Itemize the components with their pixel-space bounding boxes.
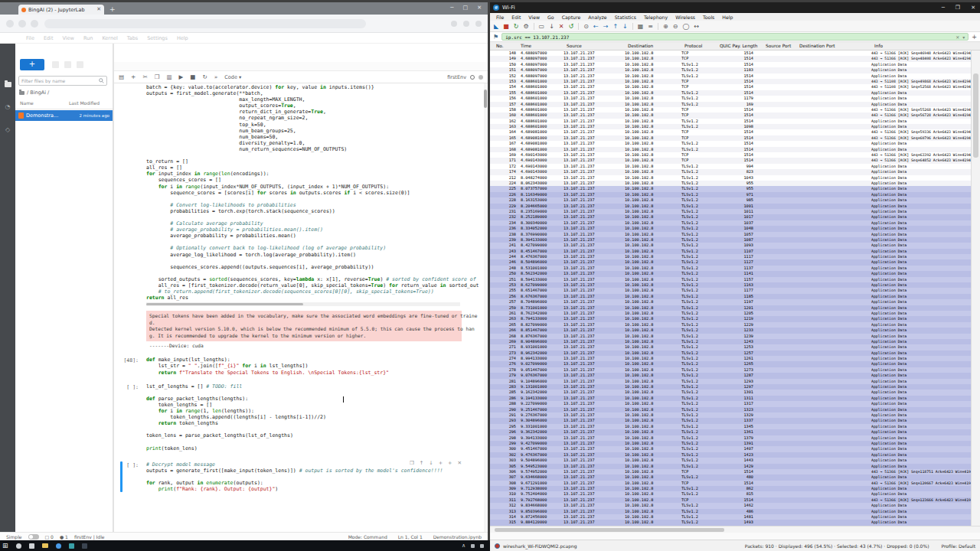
file-explorer-icon[interactable]: [42, 543, 48, 548]
packet-row[interactable]: 2468.50489600013.107.21.23710.100.102.8T…: [490, 259, 971, 265]
jupyterlab-menu-item[interactable]: File: [21, 35, 39, 41]
restart-run-all-icon[interactable]: »: [214, 74, 218, 80]
restart-capture-icon[interactable]: ↻: [514, 23, 519, 30]
packet-row[interactable]: 3139.85039600013.107.21.23710.100.102.8T…: [490, 509, 971, 514]
expert-info-icon[interactable]: [495, 543, 500, 549]
packet-row[interactable]: 2658.82709900013.107.21.23710.100.102.8T…: [490, 322, 971, 328]
packet-row[interactable]: 2799.07636700013.107.21.23710.100.102.8T…: [490, 373, 971, 378]
filter-bookmark-icon[interactable]: ⚑: [493, 34, 498, 41]
back-icon[interactable]: [6, 20, 14, 28]
run-cell-icon[interactable]: ▶: [179, 74, 184, 80]
find-packet-icon[interactable]: ⊙: [583, 23, 589, 30]
packet-row[interactable]: 2128.04827400013.107.21.23710.100.102.8T…: [490, 175, 971, 181]
notebook-cell[interactable]: [ ]:# Decrypt model messageoutputs = gen…: [114, 461, 488, 492]
add-cell-icon[interactable]: +: [131, 74, 136, 80]
terminal-icon[interactable]: [82, 543, 87, 549]
packet-row[interactable]: 3069.57495200013.107.21.23710.100.102.8T…: [490, 469, 971, 474]
running-sessions-icon[interactable]: ◔: [5, 104, 11, 110]
packet-row[interactable]: 1564.68860100013.107.21.23710.100.102.8T…: [490, 96, 971, 101]
cursor-position[interactable]: Ln 1, Col 1: [398, 534, 423, 540]
packet-row[interactable]: 2318.23516900013.107.21.23710.100.102.8T…: [490, 209, 971, 214]
interrupt-kernel-icon[interactable]: ■: [190, 74, 195, 80]
packet-row[interactable]: 2598.73100100013.107.21.23710.100.102.8T…: [490, 305, 971, 311]
filter-dropdown-icon[interactable]: ▾: [962, 34, 965, 40]
browser-tab[interactable]: BingAI (2) - JupyterLab ✕: [18, 5, 104, 15]
capture-options-icon[interactable]: ⚙: [523, 23, 528, 30]
packet-row[interactable]: 2769.02709900013.107.21.23710.100.102.8T…: [490, 361, 971, 367]
jupyterlab-menu-item[interactable]: Help: [172, 35, 193, 41]
move-cell-down-icon[interactable]: ↓: [429, 461, 433, 466]
packet-row[interactable]: 2438.45146700013.107.21.23710.100.102.8T…: [490, 249, 971, 254]
cell-editor[interactable]: def make_input(lst_lengths): lst_str = "…: [146, 357, 488, 375]
start-button[interactable]: ⊞: [2, 542, 8, 549]
packet-row[interactable]: 2989.39413300013.107.21.23710.100.102.8T…: [490, 435, 971, 441]
packet-row[interactable]: 1514.68809700013.107.21.23710.100.102.8T…: [490, 67, 971, 73]
packet-row[interactable]: 2248.06234300013.107.21.23710.100.102.8T…: [490, 181, 971, 186]
jupyterlab-menu-item[interactable]: View: [57, 35, 78, 41]
notebook-cell[interactable]: [48]:def make_input(lst_lengths): lst_st…: [114, 357, 488, 375]
packet-row[interactable]: 2718.93100100013.107.21.23710.100.102.8T…: [490, 344, 971, 350]
file-list-item[interactable]: Demonstra... 2 minutes ago: [15, 110, 113, 121]
column-header-modified[interactable]: Last Modified: [69, 100, 100, 106]
packet-row[interactable]: 2939.30489600013.107.21.23710.100.102.8T…: [490, 418, 971, 423]
display-filter-input[interactable]: ip.src == 13.107.21.237 ✕ ▾: [501, 33, 969, 41]
notebook-cell[interactable]: batch = {key: value.to(accelerator.devic…: [114, 84, 488, 349]
first-packet-icon[interactable]: ↑: [612, 23, 618, 30]
scrollbar-thumb[interactable]: [973, 73, 978, 158]
wireshark-menu-item[interactable]: File: [492, 15, 508, 20]
reload-icon[interactable]: [31, 20, 38, 28]
wireshark-menu-item[interactable]: Edit: [508, 15, 524, 20]
packet-row[interactable]: 2328.25218900013.107.21.23710.100.102.8T…: [490, 214, 971, 220]
browser-menu-icon[interactable]: [475, 21, 482, 27]
packet-row[interactable]: 2558.65146700013.107.21.23710.100.102.8T…: [490, 288, 971, 293]
packet-row[interactable]: 3029.47636700013.107.21.23710.100.102.8T…: [490, 452, 971, 458]
close-icon[interactable]: ✕: [971, 5, 975, 11]
jupyterlab-menu-item[interactable]: Run: [79, 35, 97, 41]
packet-list-vscrollbar[interactable]: [971, 51, 980, 526]
packet-row[interactable]: 2618.76234200013.107.21.23710.100.102.8T…: [490, 311, 971, 316]
packet-row[interactable]: 2969.36234200013.107.21.23710.100.102.8T…: [490, 429, 971, 435]
packet-row[interactable]: 2698.90489600013.107.21.23710.100.102.8T…: [490, 339, 971, 344]
packet-row[interactable]: 1724.69014300013.107.21.23710.100.102.8T…: [490, 164, 971, 169]
profile-label[interactable]: Profile: Default: [941, 543, 975, 549]
wireshark-menu-item[interactable]: Go: [544, 15, 558, 20]
packet-row[interactable]: 3089.67129100013.107.21.23710.100.102.8T…: [490, 481, 971, 486]
close-icon[interactable]: ✕: [477, 5, 482, 11]
restart-kernel-icon[interactable]: ↻: [202, 74, 207, 80]
packet-row[interactable]: 1584.68860100013.107.21.23710.100.102.8T…: [490, 107, 971, 112]
file-filter-input[interactable]: Filter files by name: [18, 76, 107, 86]
terminals-count[interactable]: ▢ 0: [45, 534, 54, 540]
close-capture-icon[interactable]: ✕: [559, 23, 564, 30]
packet-row[interactable]: 1684.68908100013.107.21.23710.100.102.8T…: [490, 147, 971, 152]
maximize-icon[interactable]: □: [463, 5, 469, 11]
kernel-status-text[interactable]: firstEnv | Idle: [74, 534, 105, 540]
packet-row[interactable]: 1524.68809700013.107.21.23710.100.102.8T…: [490, 73, 971, 79]
packet-row[interactable]: 2839.13100100013.107.21.23710.100.102.8T…: [490, 384, 971, 390]
packet-row[interactable]: 2819.10489600013.107.21.23710.100.102.8T…: [490, 379, 971, 384]
forward-icon[interactable]: [18, 20, 26, 28]
auto-scroll-icon[interactable]: ≡: [648, 23, 653, 30]
breadcrumb[interactable]: / BingAi /: [19, 90, 49, 96]
filter-add-button[interactable]: +: [972, 34, 977, 41]
packet-row[interactable]: 3099.71293800013.107.21.23710.100.102.8T…: [490, 486, 971, 491]
filter-clear-icon[interactable]: ✕: [956, 34, 959, 40]
stop-capture-icon[interactable]: ■: [503, 23, 509, 30]
wireshark-menu-item[interactable]: Telephony: [640, 15, 671, 20]
cut-cell-icon[interactable]: ✂: [142, 74, 147, 80]
start-capture-icon[interactable]: ◣: [494, 23, 498, 30]
packet-row[interactable]: 3079.63466800013.107.21.23710.100.102.8T…: [490, 474, 971, 480]
packet-row[interactable]: 2258.07375700013.107.21.23710.100.102.8T…: [490, 186, 971, 191]
wireshark-menu-item[interactable]: Help: [718, 15, 737, 20]
packet-row[interactable]: 1654.68908100013.107.21.23710.100.102.8T…: [490, 135, 971, 141]
packet-row[interactable]: 3009.45146700013.107.21.23710.100.102.8T…: [490, 446, 971, 452]
packet-row[interactable]: 2688.87636700013.107.21.23710.100.102.8T…: [490, 334, 971, 339]
last-packet-icon[interactable]: ↓: [622, 23, 628, 30]
packet-row[interactable]: 1504.68809700013.107.21.23710.100.102.8T…: [490, 62, 971, 67]
column-time[interactable]: Time: [521, 44, 531, 48]
wireshark-menu-item[interactable]: Analyze: [584, 15, 610, 20]
wireshark-menu-item[interactable]: Wireless: [671, 15, 699, 20]
tray-icon[interactable]: [480, 544, 484, 548]
jupyterlab-menu-item[interactable]: Kernel: [97, 35, 122, 41]
cell-editor[interactable]: lst_of_lengths = [] # TODO: fill def par…: [146, 383, 488, 452]
kernel-indicator[interactable]: firstEnv: [447, 74, 483, 80]
